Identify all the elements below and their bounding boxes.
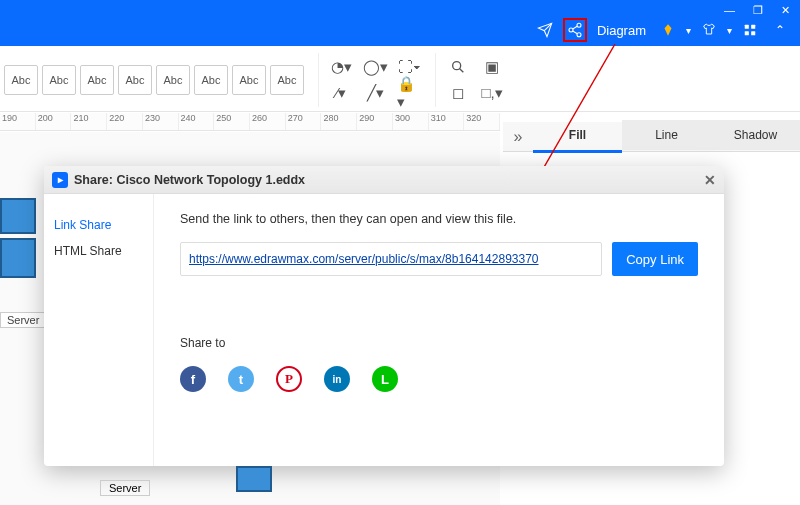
server-label: Server xyxy=(0,312,46,328)
dialog-title: Share: Cisco Network Topology 1.eddx xyxy=(74,173,305,187)
pinterest-icon[interactable]: P xyxy=(276,366,302,392)
lock-icon[interactable]: 🔒▾ xyxy=(397,82,421,104)
line-tool-icon[interactable]: ╱▾ xyxy=(363,82,387,104)
network-object[interactable] xyxy=(0,238,36,278)
toolbar-ribbon: AbcAbcAbcAbcAbcAbcAbcAbc ◔▾ ◯▾ ⛶▾ ∕▾ ╱▾ … xyxy=(0,48,800,112)
property-tabs: » FillLineShadow xyxy=(503,122,800,152)
style-swatch[interactable]: Abc xyxy=(232,65,266,95)
chevron-up-icon[interactable]: ⌃ xyxy=(768,18,792,42)
line-style-icon[interactable]: ∕▾ xyxy=(329,82,353,104)
style-swatch[interactable]: Abc xyxy=(156,65,190,95)
apps-icon[interactable] xyxy=(738,18,762,42)
tab-html-share[interactable]: HTML Share xyxy=(50,238,147,264)
svg-point-2 xyxy=(577,33,581,37)
style-swatch-group: AbcAbcAbcAbcAbcAbcAbcAbc xyxy=(4,65,304,95)
tab-link-share[interactable]: Link Share xyxy=(50,212,147,238)
diagram-label[interactable]: Diagram xyxy=(593,23,650,38)
share-to-label: Share to xyxy=(180,336,698,350)
facebook-icon[interactable]: f xyxy=(180,366,206,392)
share-dialog: ▸ Share: Cisco Network Topology 1.eddx ✕… xyxy=(44,166,724,466)
svg-line-10 xyxy=(460,68,464,72)
share-icon[interactable] xyxy=(563,18,587,42)
tshirt-icon[interactable] xyxy=(697,18,721,42)
social-row: ftPinL xyxy=(180,366,698,392)
titlebar: — ❐ ✕ Diagram ▾ ▾ ⌃ xyxy=(0,0,800,46)
style-swatch[interactable]: Abc xyxy=(42,65,76,95)
copy-link-button[interactable]: Copy Link xyxy=(612,242,698,276)
svg-rect-6 xyxy=(751,25,755,29)
collapse-panel-icon[interactable]: » xyxy=(503,128,533,146)
style-swatch[interactable]: Abc xyxy=(80,65,114,95)
tab-fill[interactable]: Fill xyxy=(533,120,622,153)
style-swatch[interactable]: Abc xyxy=(4,65,38,95)
svg-rect-7 xyxy=(745,31,749,35)
network-object[interactable] xyxy=(0,198,36,234)
svg-rect-8 xyxy=(751,31,755,35)
layers-icon[interactable]: ▣ xyxy=(480,56,504,78)
distribute-icon[interactable]: □,▾ xyxy=(480,82,504,104)
svg-point-9 xyxy=(453,61,461,69)
line-icon[interactable]: L xyxy=(372,366,398,392)
share-instruction: Send the link to others, then they can o… xyxy=(180,212,698,226)
style-swatch[interactable]: Abc xyxy=(194,65,228,95)
server-label: Server xyxy=(100,480,150,496)
dialog-header: ▸ Share: Cisco Network Topology 1.eddx ✕ xyxy=(44,166,724,194)
share-url-input[interactable]: https://www.edrawmax.com/server/public/s… xyxy=(180,242,602,276)
ruler: 1902002102202302402502602702802903003103… xyxy=(0,113,500,131)
svg-point-1 xyxy=(569,28,573,32)
search-icon[interactable] xyxy=(446,56,470,78)
svg-rect-5 xyxy=(745,25,749,29)
linkedin-icon[interactable]: in xyxy=(324,366,350,392)
diamond-icon[interactable] xyxy=(656,18,680,42)
twitter-icon[interactable]: t xyxy=(228,366,254,392)
window-close[interactable]: ✕ xyxy=(781,4,790,17)
style-swatch[interactable]: Abc xyxy=(118,65,152,95)
tab-shadow[interactable]: Shadow xyxy=(711,120,800,150)
window-maximize[interactable]: ❐ xyxy=(753,4,763,17)
style-swatch[interactable]: Abc xyxy=(270,65,304,95)
paint-icon[interactable]: ◔▾ xyxy=(329,56,353,78)
share-side-tabs: Link Share HTML Share xyxy=(44,194,154,466)
select-icon[interactable]: ◻ xyxy=(446,82,470,104)
svg-line-3 xyxy=(573,31,578,34)
svg-point-0 xyxy=(577,23,581,27)
network-object[interactable] xyxy=(236,466,272,492)
send-icon[interactable] xyxy=(533,18,557,42)
tab-line[interactable]: Line xyxy=(622,120,711,150)
close-icon[interactable]: ✕ xyxy=(704,172,716,188)
svg-line-4 xyxy=(573,26,578,29)
app-logo-icon: ▸ xyxy=(52,172,68,188)
shape-icon[interactable]: ◯▾ xyxy=(363,56,387,78)
window-minimize[interactable]: — xyxy=(724,4,735,17)
